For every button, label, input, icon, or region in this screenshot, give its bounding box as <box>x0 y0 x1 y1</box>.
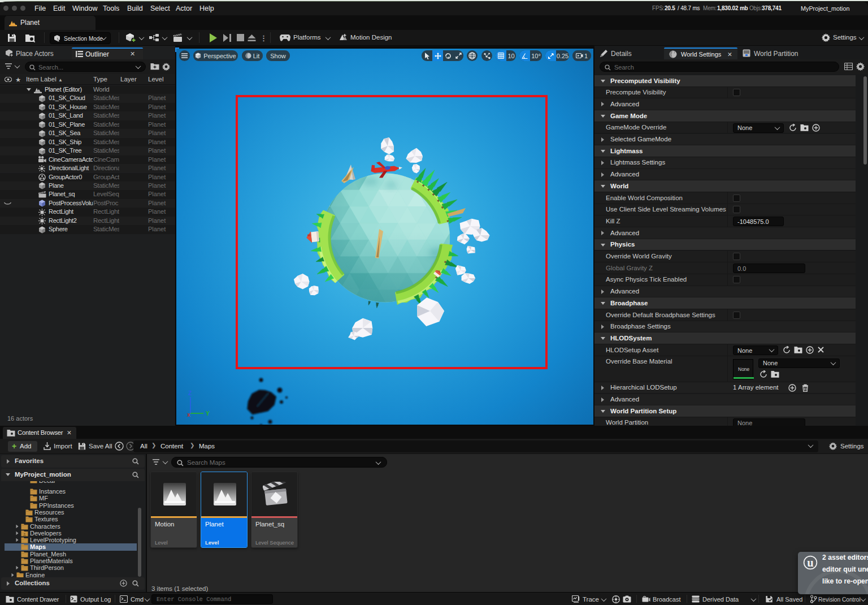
svg-text:Y: Y <box>206 410 210 417</box>
svg-text:Z: Z <box>188 390 192 396</box>
svg-text:u: u <box>807 556 813 569</box>
svg-text:x: x <box>187 412 190 418</box>
